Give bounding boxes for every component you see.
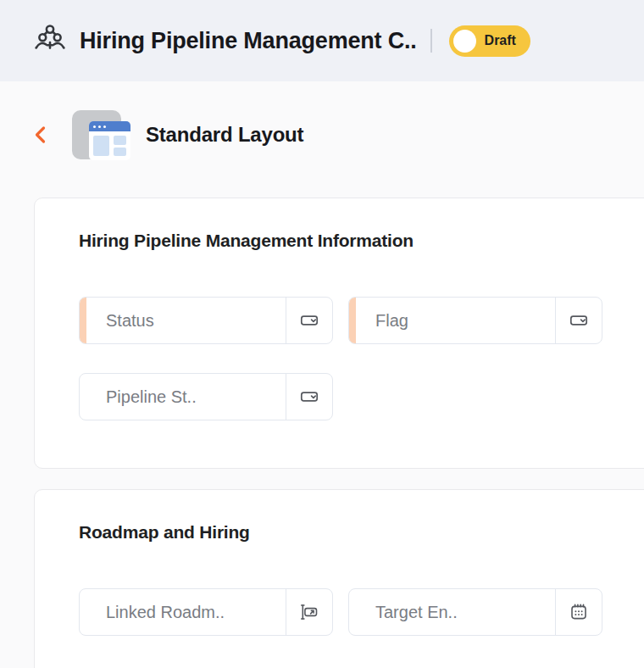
field-pipeline-stage[interactable]: Pipeline St..	[79, 373, 333, 420]
page-title: Hiring Pipeline Management C..	[80, 28, 417, 54]
picklist-icon	[555, 298, 602, 343]
required-indicator	[80, 298, 86, 343]
field-label: Pipeline St..	[106, 387, 197, 407]
toggle-knob	[453, 30, 476, 53]
back-button[interactable]	[31, 125, 49, 145]
field-linked-roadmap[interactable]: Linked Roadm..	[79, 588, 333, 636]
field-status[interactable]: Status	[79, 297, 333, 344]
chevron-left-icon	[33, 125, 47, 144]
layout-title: Standard Layout	[146, 123, 303, 147]
standard-layout-icon	[72, 110, 121, 159]
draft-status-label: Draft	[485, 33, 516, 48]
layout-title-bar: Standard Layout	[31, 110, 644, 159]
lookup-icon	[286, 589, 332, 635]
field-label: Status	[106, 311, 154, 331]
picklist-icon	[286, 374, 332, 420]
fields-grid: Linked Roadm.. Target En..	[79, 588, 644, 636]
calendar-icon	[555, 589, 602, 635]
section-title: Roadmap and Hiring	[79, 520, 644, 544]
fields-grid: Status Flag Pipelin	[79, 297, 644, 420]
field-label: Linked Roadm..	[106, 603, 225, 622]
header-divider	[430, 29, 432, 53]
field-label: Flag	[375, 311, 408, 331]
app-header: Hiring Pipeline Management C.. Draft	[0, 0, 644, 81]
section-card-information: Hiring Pipeline Management Information S…	[34, 198, 644, 469]
required-indicator	[349, 298, 356, 343]
field-flag[interactable]: Flag	[348, 297, 602, 344]
section-card-roadmap: Roadmap and Hiring Linked Roadm.. Target…	[34, 489, 644, 668]
section-title: Hiring Pipeline Management Information	[79, 229, 644, 253]
field-target-end-date[interactable]: Target En..	[348, 588, 602, 636]
field-label: Target En..	[375, 603, 458, 622]
draft-status-toggle[interactable]: Draft	[449, 25, 530, 57]
picklist-icon	[286, 298, 332, 343]
team-hierarchy-icon	[32, 23, 68, 58]
